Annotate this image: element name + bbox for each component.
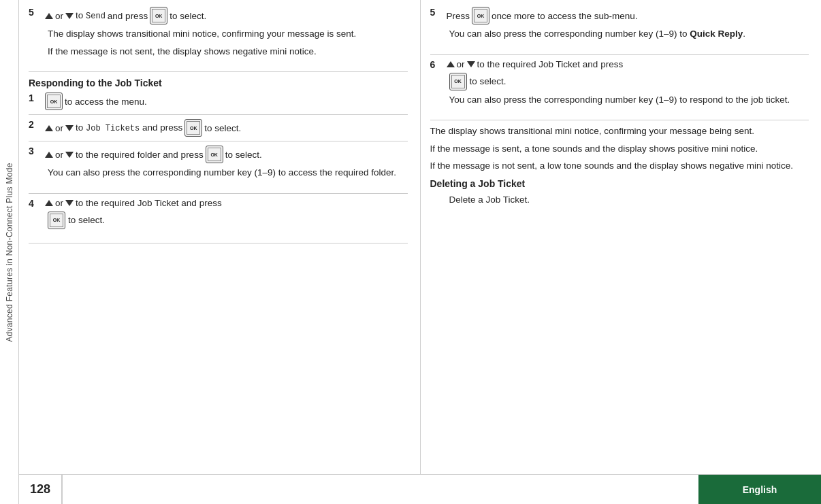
step6-ok-content: OK to select. You can also press the cor… <box>430 73 809 116</box>
send-mono: Send <box>86 12 106 21</box>
step5-right-note: You can also press the corresponding num… <box>430 27 809 50</box>
section-heading-left: Responding to the Job Ticket <box>29 78 408 88</box>
quick-reply-bold: Quick Reply <box>690 29 743 39</box>
step3-note: You can also press the corresponding num… <box>29 166 408 189</box>
bottom-left: 128 <box>19 475 63 504</box>
step1-block: 1 OK to access the menu. <box>29 93 408 110</box>
right-column: 5 Press OK once more to access the sub-m… <box>421 0 822 474</box>
arrow-down-icon <box>65 13 74 19</box>
right-note2: If the message is sent, a tone sounds an… <box>430 142 809 156</box>
ok-button-step6: OK <box>449 73 467 90</box>
step6-block: 6 or to the required Job Ticket and pres… <box>430 59 809 116</box>
step6-note: You can also press the corresponding num… <box>449 93 809 107</box>
arrow-up-icon-6a <box>447 61 455 67</box>
divider-after-step4 <box>29 243 408 243</box>
step6-content: or to the required Job Ticket and press <box>447 59 809 69</box>
left-column: 5 or to Send and press OK to select. <box>19 0 421 474</box>
step5-right-content: Press OK once more to access the sub-men… <box>447 7 809 24</box>
step-number-4: 4 <box>29 198 42 209</box>
step5-or: or <box>55 11 63 21</box>
step1-text: to access the menu. <box>65 97 147 107</box>
step5-mono: to Send <box>76 10 106 21</box>
step-number-6: 6 <box>430 59 444 70</box>
divider-right-after-step5 <box>430 54 809 55</box>
step-number-5-right: 5 <box>430 7 444 18</box>
divider-right-after-step6 <box>430 120 809 120</box>
step4-content: or to the required Job Ticket and press <box>45 198 408 208</box>
step5-note2: If the message is not sent, the display … <box>48 45 408 58</box>
divider-after-step5 <box>29 71 408 72</box>
language-button[interactable]: English <box>698 475 821 504</box>
step3-note-text: You can also press the corresponding num… <box>48 166 408 180</box>
delete-note: Delete a Job Ticket. <box>430 193 809 207</box>
step5-left-content: or to Send and press OK to select. <box>45 7 408 24</box>
divider-after-step2 <box>29 141 408 141</box>
page-number: 128 <box>19 475 62 504</box>
step5-to-select: to select. <box>170 11 206 21</box>
ok-button-icon: OK <box>150 7 167 24</box>
step1-content: OK to access the menu. <box>45 93 408 110</box>
step-number-5-left: 5 <box>29 7 42 18</box>
step-number-1: 1 <box>29 93 42 103</box>
sidebar-label: Advanced Features in Non-Connect Plus Mo… <box>5 163 14 341</box>
right-note3: If the message is not sent, a low tone s… <box>430 159 809 173</box>
step5-right: 5 Press OK once more to access the sub-m… <box>430 7 809 50</box>
arrow-up-icon-4a <box>45 200 53 206</box>
step5-left-notes: The display shows transitional mini noti… <box>29 27 408 67</box>
divider-after-step1 <box>29 114 408 115</box>
ok-button-step5r: OK <box>472 7 489 24</box>
step2-block: 2 or to Job Tickets and press OK to sele… <box>29 119 408 137</box>
step5-note1: The display shows transitional mini noti… <box>48 27 408 41</box>
bottom-bar: 128 English <box>19 474 821 504</box>
step-number-2: 2 <box>29 119 42 130</box>
step4-block: 4 or to the required Job Ticket and pres… <box>29 198 408 239</box>
step-number-3: 3 <box>29 146 42 156</box>
step2-content: or to Job Tickets and press OK to select… <box>45 119 408 137</box>
ok-button-step3: OK <box>206 146 223 163</box>
arrow-down-icon-2a <box>65 125 74 131</box>
ok-button-step2: OK <box>184 119 202 137</box>
arrow-down-icon-4a <box>65 200 74 206</box>
arrow-up-icon <box>45 13 53 19</box>
divider-after-step3 <box>29 193 408 194</box>
step3-block: 3 or to the required folder and press OK… <box>29 146 408 189</box>
step4-ok-content: OK to select. <box>29 212 408 239</box>
job-tickets-mono: Job Tickets <box>86 124 140 133</box>
sidebar: Advanced Features in Non-Connect Plus Mo… <box>0 0 19 504</box>
section-heading-right: Deleting a Job Ticket <box>430 178 809 189</box>
step5-right-note-text: You can also press the corresponding num… <box>449 27 809 41</box>
arrow-up-icon-2a <box>45 125 53 131</box>
step5-and-press: and press <box>108 11 148 21</box>
step3-content: or to the required folder and press OK t… <box>45 146 408 163</box>
ok-button-step4: OK <box>48 212 65 229</box>
arrow-up-icon-3a <box>45 152 53 158</box>
right-note1: The display shows transitional mini noti… <box>430 124 809 138</box>
ok-button-step1: OK <box>45 93 63 110</box>
step5-left: 5 or to Send and press OK to select. <box>29 7 408 67</box>
arrow-down-icon-3a <box>65 152 74 158</box>
arrow-down-icon-6a <box>467 61 475 67</box>
